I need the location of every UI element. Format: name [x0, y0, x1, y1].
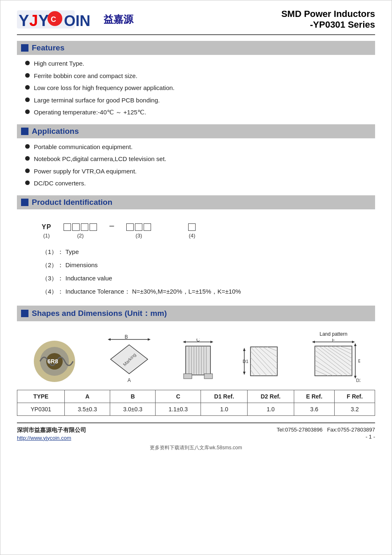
features-list: High current Type. Ferrite bobbin core a… — [17, 59, 375, 124]
pid-boxes-3 — [126, 223, 151, 231]
cell-b: 3.0±0.3 — [110, 403, 156, 415]
table-header-row: TYPE A B C D1 Ref. D2 Ref. E Ref. F Ref. — [17, 390, 375, 403]
bullet — [25, 85, 30, 90]
pid-desc-1: （1）： Type — [42, 247, 363, 257]
front-diagram: D1 — [240, 339, 281, 384]
col-header-type: TYPE — [17, 390, 65, 403]
logo-area: Y J Y C OIN 益嘉源 — [17, 9, 133, 30]
shapes-title: Shapes and Dimensions (Unit：mm) — [32, 308, 167, 319]
pid-box — [126, 223, 134, 231]
pid-num-4: (4) — [189, 232, 196, 239]
list-item: Power supply for VTR,OA equipment. — [25, 167, 375, 176]
footer-website[interactable]: http://www.yjycoin.com — [17, 435, 86, 441]
col-header-f: F Ref. — [335, 390, 375, 403]
footer-left: 深圳市益嘉源电子有限公司 http://www.yjycoin.com — [17, 427, 86, 441]
header-title: SMD Power Inductors -YP0301 Series — [281, 9, 375, 30]
svg-text:6R8: 6R8 — [47, 358, 58, 365]
bullet — [25, 109, 30, 114]
pid-box — [90, 223, 97, 231]
header: Y J Y C OIN 益嘉源 SMD Power Inductors -YP0… — [17, 9, 375, 35]
page: Y J Y C OIN 益嘉源 SMD Power Inductors -YP0… — [0, 0, 392, 555]
product-id-diagram: YP (1) (2) – (3) — [17, 213, 375, 243]
col-header-c: C — [156, 390, 201, 403]
features-header: Features — [17, 41, 375, 55]
pid-dash: – — [109, 221, 114, 230]
pid-box — [188, 223, 196, 231]
svg-text:B: B — [125, 334, 128, 340]
svg-marker-67 — [354, 343, 357, 346]
svg-marker-13 — [148, 338, 151, 341]
logo-cn: 益嘉源 — [104, 13, 133, 26]
svg-text:F: F — [332, 339, 335, 342]
svg-marker-50 — [352, 341, 355, 343]
cell-a: 3.5±0.3 — [65, 403, 110, 415]
product-id-title: Product Identification — [32, 198, 112, 207]
pid-descriptions: （1）： Type （2）： Dimensions （3）： Inductanc… — [17, 243, 375, 306]
svg-marker-19 — [183, 341, 186, 343]
footer-page: - 1 - — [366, 434, 375, 440]
pid-num-1: (1) — [43, 232, 50, 239]
svg-text:C: C — [196, 339, 200, 343]
svg-rect-32 — [204, 374, 213, 379]
list-item: DC/DC converters. — [25, 179, 375, 188]
list-item: Portable communication equipment. — [25, 142, 375, 152]
pid-box — [144, 223, 151, 231]
pid-box — [64, 223, 71, 231]
title-sub: -YP0301 Series — [281, 19, 375, 30]
col-header-e: E Ref. — [294, 390, 335, 403]
table-row: YP0301 3.5±0.3 3.0±0.3 1.1±0.3 1.0 1.0 3… — [17, 403, 375, 415]
features-title: Features — [32, 43, 64, 52]
diagram-row: 6R8 B A Marking C — [17, 327, 375, 390]
product-id-header: Product Identification — [17, 195, 375, 209]
svg-text:D1: D1 — [243, 359, 248, 364]
diamond-diagram: B A Marking — [102, 334, 156, 384]
svg-marker-34 — [243, 348, 246, 351]
svg-text:Y: Y — [38, 12, 49, 29]
svg-marker-49 — [312, 341, 315, 343]
footer-right: Tel:0755-27803896 Fax:0755-27803897 - 1 … — [276, 427, 375, 440]
shapes-icon — [21, 310, 28, 317]
svg-marker-20 — [210, 341, 213, 343]
footer-contact: Tel:0755-27803896 Fax:0755-27803897 — [276, 427, 375, 433]
list-item: High current Type. — [25, 59, 375, 69]
col-header-d1: D1 Ref. — [201, 390, 248, 403]
pid-desc-2: （2）： Dimensions — [42, 260, 363, 270]
pid-box — [81, 223, 88, 231]
col-header-b: B — [110, 390, 156, 403]
shapes-header: Shapes and Dimensions (Unit：mm) — [17, 306, 375, 321]
land-pattern-area: Land pattern F — [307, 331, 360, 384]
pid-group-4: (4) — [188, 223, 196, 239]
land-pattern-label: Land pattern — [319, 331, 347, 337]
pid-box — [72, 223, 80, 231]
pid-group-1: YP (1) — [42, 223, 51, 239]
svg-text:D2: D2 — [356, 378, 360, 383]
list-item: Low core loss for high frequency power a… — [25, 83, 375, 93]
title-main: SMD Power Inductors — [281, 9, 375, 19]
svg-marker-12 — [108, 338, 111, 341]
inductor-photo: 6R8 — [32, 339, 77, 384]
product-id-icon — [21, 199, 28, 206]
pid-group-3: (3) — [126, 223, 151, 239]
pid-prefix: YP — [42, 223, 51, 231]
dimensions-table: TYPE A B C D1 Ref. D2 Ref. E Ref. F Ref.… — [17, 390, 375, 416]
cell-type: YP0301 — [17, 403, 65, 415]
svg-marker-35 — [243, 372, 246, 375]
pid-num-2: (2) — [77, 232, 84, 239]
pid-num-3: (3) — [136, 232, 142, 239]
cell-d1: 1.0 — [201, 403, 248, 415]
pid-boxes-2 — [64, 223, 97, 231]
svg-text:Y: Y — [19, 12, 29, 29]
applications-header: Applications — [17, 124, 375, 138]
svg-text:C: C — [51, 15, 56, 24]
list-item: Operating temperature:-40℃ ～ +125℃. — [25, 108, 375, 117]
svg-text:J: J — [29, 12, 38, 29]
pid-desc-4: （4）： Inductance Tolerance： N=±30%,M=±20%… — [42, 287, 363, 296]
list-item: Ferrite bobbin core and compact size. — [25, 71, 375, 81]
bullet — [25, 180, 30, 185]
svg-rect-22 — [186, 346, 210, 375]
pid-group-2: (2) — [64, 223, 97, 239]
cell-d2: 1.0 — [248, 403, 294, 415]
col-header-d2: D2 Ref. — [248, 390, 294, 403]
footer: 深圳市益嘉源电子有限公司 http://www.yjycoin.com Tel:… — [17, 422, 375, 441]
features-icon — [21, 44, 28, 52]
